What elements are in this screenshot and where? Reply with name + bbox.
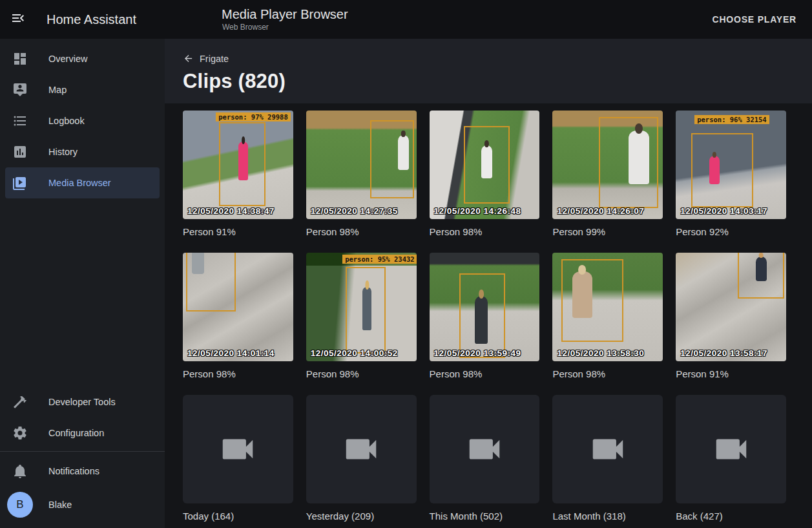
page-title: Clips (820) <box>183 70 794 93</box>
person-figure <box>629 131 649 184</box>
folder-label: Today (164) <box>183 509 293 523</box>
person-figure <box>481 145 492 178</box>
clip-thumbnail: 12/05/2020 14:26:48 <box>430 111 540 219</box>
clip-timestamp: 12/05/2020 14:38:47 <box>187 206 275 216</box>
sidebar-item-developer-tools[interactable]: Developer Tools <box>5 386 160 417</box>
clip-tile[interactable]: 12/05/2020 14:26:48 Person 98% <box>430 111 540 239</box>
video-icon <box>341 429 381 469</box>
chart-box-icon <box>12 144 28 160</box>
sidebar-item-label: Logbook <box>48 116 85 126</box>
detection-bounding-box <box>691 133 753 207</box>
clip-tile[interactable]: 12/05/2020 14:27:35 Person 98% <box>306 111 417 239</box>
view-header: Media Player Browser Web Browser CHOOSE … <box>165 0 812 39</box>
folder-thumbnail <box>552 395 663 503</box>
clip-tile[interactable]: 12/05/2020 14:26:07 Person 99% <box>552 111 663 239</box>
detection-label: person: 96% 32154 <box>694 115 769 124</box>
play-box-multiple-icon <box>12 175 28 191</box>
clip-thumbnail: person: 96% 32154 12/05/2020 14:03:17 <box>676 111 786 219</box>
clip-timestamp: 12/05/2020 14:26:48 <box>434 206 521 216</box>
view-subtitle: Web Browser <box>222 22 348 32</box>
detection-bounding-box <box>186 253 236 312</box>
clip-tile[interactable]: person: 95% 23432 12/05/2020 14:00:52 Pe… <box>306 253 417 381</box>
clip-caption: Person 98% <box>552 366 663 381</box>
breadcrumb-back[interactable]: Frigate <box>183 53 229 64</box>
person-figure <box>572 271 592 318</box>
sidebar-item-label: Media Browser <box>48 178 111 188</box>
clip-tile[interactable]: 12/05/2020 13:58:30 Person 98% <box>552 253 663 381</box>
sidebar-toggle-button[interactable] <box>3 4 34 35</box>
media-grid-area: person: 97% 29988 12/05/2020 14:38:47 Pe… <box>165 103 812 528</box>
sidebar-item-overview[interactable]: Overview <box>5 43 160 74</box>
folder-label: Last Month (318) <box>552 509 663 523</box>
folder-tile-last-month[interactable]: Last Month (318) <box>552 395 663 523</box>
clip-timestamp: 12/05/2020 13:58:17 <box>680 348 767 358</box>
sidebar: Overview Map Logbook History Media Brows… <box>0 39 165 528</box>
detection-bounding-box <box>738 253 784 299</box>
media-browser-content: Frigate Clips (820) person: 97% 29988 12… <box>165 39 812 528</box>
sidebar-item-label: Overview <box>48 54 87 64</box>
clip-tile[interactable]: 12/05/2020 13:59:49 Person 98% <box>430 253 540 381</box>
clip-tile[interactable]: 12/05/2020 13:58:17 Person 91% <box>676 253 786 381</box>
detection-label: person: 95% 23432 <box>342 255 416 264</box>
view-title: Media Player Browser <box>222 6 348 22</box>
folder-label: Back (427) <box>676 509 786 523</box>
folder-tile-yesterday[interactable]: Yesterday (209) <box>306 395 417 523</box>
clip-thumbnail: 12/05/2020 14:01:14 <box>183 253 293 361</box>
sidebar-user[interactable]: B Blake <box>5 487 160 523</box>
folder-tile-this-month[interactable]: This Month (502) <box>430 395 540 523</box>
content-header: Frigate Clips (820) <box>165 39 812 103</box>
clip-timestamp: 12/05/2020 14:27:35 <box>311 206 398 216</box>
folder-thumbnail <box>183 395 293 503</box>
person-figure <box>398 135 409 170</box>
folder-tile-back[interactable]: Back (427) <box>676 395 786 523</box>
clip-timestamp: 12/05/2020 14:00:52 <box>311 348 398 358</box>
folder-tile-today[interactable]: Today (164) <box>183 395 293 523</box>
sidebar-item-map[interactable]: Map <box>5 74 160 105</box>
hammer-icon <box>12 394 28 410</box>
sidebar-item-notifications[interactable]: Notifications <box>5 456 160 487</box>
person-figure <box>709 156 720 184</box>
clip-tile[interactable]: person: 96% 32154 12/05/2020 14:03:17 Pe… <box>676 111 786 239</box>
clip-tile[interactable]: person: 97% 29988 12/05/2020 14:38:47 Pe… <box>183 111 293 239</box>
clip-timestamp: 12/05/2020 14:26:07 <box>557 206 644 216</box>
arrow-left-icon <box>183 53 194 64</box>
folder-thumbnail <box>306 395 417 503</box>
detection-bounding-box <box>346 267 385 354</box>
detection-bounding-box <box>464 126 510 204</box>
tooltip-account-icon <box>12 82 28 98</box>
clip-timestamp: 12/05/2020 13:59:49 <box>434 348 521 358</box>
clip-caption: Person 98% <box>306 224 417 239</box>
person-figure <box>238 142 248 180</box>
list-bulleted-icon <box>12 113 28 129</box>
sidebar-item-label: Notifications <box>48 466 99 476</box>
clip-caption: Person 98% <box>183 366 293 381</box>
sidebar-item-logbook[interactable]: Logbook <box>5 105 160 136</box>
clip-caption: Person 99% <box>552 224 663 239</box>
avatar: B <box>7 492 33 518</box>
detection-bounding-box <box>599 117 658 208</box>
bell-icon <box>12 463 28 479</box>
video-icon <box>218 429 258 469</box>
user-name: Blake <box>48 500 72 510</box>
sidebar-item-label: Configuration <box>48 428 104 438</box>
clip-thumbnail: person: 97% 29988 12/05/2020 14:38:47 <box>183 111 293 219</box>
video-icon <box>588 429 628 469</box>
detection-bounding-box <box>459 273 506 358</box>
sidebar-item-history[interactable]: History <box>5 136 160 167</box>
clip-timestamp: 12/05/2020 13:58:30 <box>557 348 644 358</box>
dashboard-icon <box>12 51 28 67</box>
clip-caption: Person 91% <box>676 366 786 381</box>
detection-bounding-box <box>219 122 265 206</box>
menu-open-icon <box>10 10 26 28</box>
choose-player-button[interactable]: CHOOSE PLAYER <box>707 9 802 30</box>
sidebar-item-media-browser[interactable]: Media Browser <box>5 167 160 198</box>
sidebar-header: Home Assistant <box>0 0 165 39</box>
detection-bounding-box <box>561 259 623 342</box>
sidebar-item-configuration[interactable]: Configuration <box>5 417 160 449</box>
clip-tile[interactable]: 12/05/2020 14:01:14 Person 98% <box>183 253 293 381</box>
breadcrumb-label: Frigate <box>200 54 229 64</box>
clip-thumbnail: 12/05/2020 14:27:35 <box>306 111 417 219</box>
folder-thumbnail <box>676 395 786 503</box>
clip-timestamp: 12/05/2020 14:03:17 <box>680 206 767 216</box>
detection-bounding-box <box>370 120 414 198</box>
